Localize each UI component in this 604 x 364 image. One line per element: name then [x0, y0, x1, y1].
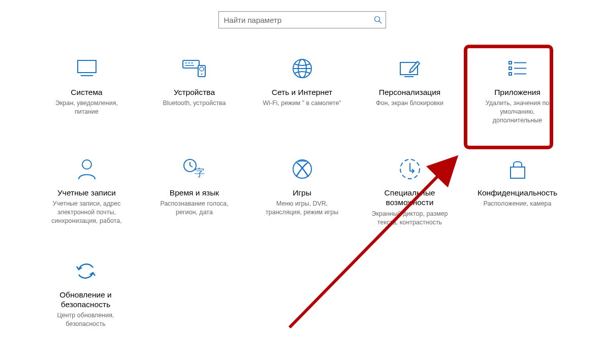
- svg-rect-4: [183, 60, 199, 68]
- devices-icon: [153, 56, 236, 81]
- tile-desc: Wi-Fi, режим " в самолете": [261, 99, 344, 108]
- tile-title: Устройства: [153, 87, 236, 97]
- svg-rect-18: [509, 67, 512, 70]
- tile-title: Учетные записи: [45, 188, 129, 197]
- svg-rect-17: [509, 61, 512, 64]
- svg-rect-19: [509, 73, 512, 75]
- tile-gaming[interactable]: Игры Меню игры, DVR, трансляция, режим и…: [261, 156, 344, 227]
- svg-rect-30: [511, 167, 525, 178]
- apps-icon: [476, 56, 559, 81]
- tile-accounts[interactable]: Учетные записи Учетные записи, адрес эле…: [45, 156, 129, 227]
- tile-title: Конфиденциальность: [476, 188, 559, 197]
- accounts-icon: [45, 156, 129, 182]
- lock-icon: [476, 156, 559, 182]
- svg-point-23: [82, 160, 91, 169]
- settings-grid: Система Экран, уведомления, питание Устр…: [0, 56, 604, 328]
- tile-time-language[interactable]: 字 Время и язык Распознавание голоса, рег…: [153, 156, 236, 227]
- tile-desc: Фон, экран блокировки: [368, 99, 452, 108]
- tile-title: Специальные возможности: [368, 188, 452, 208]
- tile-desc: Удалить, значения по умолчанию, дополнит…: [476, 99, 559, 125]
- tile-desc: Меню игры, DVR, трансляция, режим игры: [261, 200, 344, 217]
- tile-desc: Распознавание голоса, регион, дата: [153, 200, 236, 217]
- tile-title: Обновление и безопасность: [44, 290, 128, 310]
- settings-row: Система Экран, уведомления, питание Устр…: [45, 56, 559, 125]
- tile-desc: Учетные записи, адрес электронной почты,…: [45, 200, 129, 225]
- settings-row: Учетные записи Учетные записи, адрес эле…: [45, 156, 559, 227]
- update-icon: [44, 258, 128, 284]
- ease-of-access-icon: [368, 156, 452, 182]
- tile-title: Игры: [261, 188, 344, 197]
- tile-update-security[interactable]: Обновление и безопасность Центр обновлен…: [44, 258, 128, 329]
- tile-system[interactable]: Система Экран, уведомления, питание: [45, 56, 129, 125]
- tile-title: Время и язык: [153, 188, 236, 197]
- svg-point-11: [201, 74, 202, 75]
- tile-desc: Центр обновления, безопасность: [44, 311, 128, 328]
- svg-rect-2: [78, 60, 96, 73]
- globe-icon: [261, 56, 344, 81]
- tile-desc: Расположение, камера: [476, 200, 559, 208]
- svg-point-28: [293, 160, 311, 178]
- xbox-icon: [261, 156, 344, 182]
- tile-desc: Экранный диктор, размер текста, контраст…: [368, 210, 452, 227]
- svg-text:字: 字: [195, 167, 205, 178]
- tile-apps[interactable]: Приложения Удалить, значения по умолчани…: [476, 56, 559, 125]
- tile-network[interactable]: Сеть и Интернет Wi-Fi, режим " в самолет…: [261, 56, 344, 125]
- tile-devices[interactable]: Устройства Bluetooth, устройства: [153, 56, 236, 125]
- tile-ease-of-access[interactable]: Специальные возможности Экранный диктор,…: [368, 156, 452, 227]
- tile-desc: Экран, уведомления, питание: [45, 99, 129, 116]
- system-icon: [45, 56, 129, 81]
- time-language-icon: 字: [153, 156, 236, 182]
- tile-personalization[interactable]: Персонализация Фон, экран блокировки: [368, 56, 452, 125]
- tile-title: Персонализация: [368, 87, 452, 97]
- tile-title: Сеть и Интернет: [261, 87, 344, 97]
- tile-title: Система: [45, 87, 129, 97]
- personalization-icon: [368, 56, 452, 81]
- svg-line-26: [190, 166, 193, 167]
- search-container: [218, 11, 386, 28]
- settings-row: Обновление и безопасность Центр обновлен…: [44, 258, 560, 329]
- tile-desc: Bluetooth, устройства: [153, 99, 236, 108]
- tile-privacy[interactable]: Конфиденциальность Расположение, камера: [476, 156, 559, 227]
- tile-title: Приложения: [476, 87, 559, 97]
- search-input[interactable]: [218, 11, 386, 28]
